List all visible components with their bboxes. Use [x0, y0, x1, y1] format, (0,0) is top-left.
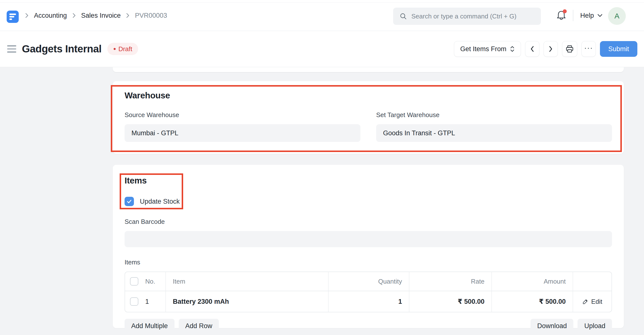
- chevron-right-icon: [24, 12, 29, 19]
- user-avatar[interactable]: A: [608, 7, 626, 25]
- navbar: Accounting Sales Invoice PVR00003 Search…: [0, 0, 644, 31]
- global-search-input[interactable]: Search or type a command (Ctrl + G): [393, 8, 541, 25]
- chevron-right-icon: [548, 45, 553, 53]
- col-header-rate: Rate: [410, 272, 492, 291]
- source-warehouse-field: Source Warehouse Mumbai - GTPL: [124, 111, 360, 142]
- scan-barcode-label: Scan Barcode: [124, 218, 612, 226]
- previous-document-button[interactable]: [525, 41, 539, 57]
- chevron-down-icon: [597, 13, 603, 17]
- items-section: Items Update Stock Scan Barcode Items No…: [113, 165, 624, 328]
- row-rate[interactable]: ₹ 500.00: [410, 291, 492, 312]
- items-table-header: No. Item Quantity Rate Amount: [125, 272, 612, 291]
- print-button[interactable]: [562, 41, 577, 57]
- col-header-no: No.: [145, 278, 155, 285]
- pencil-icon: [582, 299, 588, 305]
- next-document-button[interactable]: [544, 41, 558, 57]
- items-heading: Items: [124, 176, 612, 185]
- target-warehouse-input[interactable]: Goods In Transit - GTPL: [376, 124, 612, 142]
- select-chevrons-icon: [510, 45, 515, 53]
- page-title: Gadgets Internal: [22, 43, 102, 55]
- col-header-actions: [573, 272, 612, 291]
- table-actions: Add Multiple Add Row Download Upload: [124, 319, 612, 333]
- source-warehouse-input[interactable]: Mumbai - GTPL: [124, 124, 360, 142]
- source-warehouse-label: Source Warehouse: [124, 111, 360, 119]
- update-stock-label[interactable]: Update Stock: [140, 198, 180, 205]
- navbar-divider: [573, 10, 573, 21]
- edit-label: Edit: [591, 298, 602, 306]
- warehouse-heading: Warehouse: [124, 90, 612, 100]
- table-row: 1 Battery 2300 mAh 1 ₹ 500.00 ₹ 500.00 E…: [125, 291, 612, 312]
- chevron-right-icon: [126, 12, 130, 19]
- row-number: 1: [145, 298, 149, 306]
- breadcrumb-item-accounting[interactable]: Accounting: [34, 12, 67, 19]
- chevron-right-icon: [72, 12, 76, 19]
- items-table: No. Item Quantity Rate Amount 1 Battery …: [124, 272, 612, 312]
- select-all-checkbox[interactable]: [130, 277, 138, 286]
- status-badge: • Draft: [107, 43, 138, 55]
- scrolled-card-edge: [113, 67, 624, 72]
- submit-button[interactable]: Submit: [600, 41, 637, 57]
- download-button[interactable]: Download: [530, 319, 573, 333]
- notifications-button[interactable]: [556, 9, 567, 22]
- col-header-amount: Amount: [492, 272, 573, 291]
- row-amount[interactable]: ₹ 500.00: [492, 291, 573, 312]
- notification-dot: [563, 9, 567, 13]
- add-row-button[interactable]: Add Row: [179, 319, 219, 333]
- upload-button[interactable]: Upload: [578, 319, 612, 333]
- breadcrumb: Accounting Sales Invoice PVR00003: [24, 0, 167, 31]
- row-quantity[interactable]: 1: [329, 291, 410, 312]
- help-label: Help: [580, 12, 594, 19]
- breadcrumb-item-sales-invoice[interactable]: Sales Invoice: [81, 12, 121, 19]
- ellipsis-icon: ···: [584, 43, 593, 54]
- col-header-item: Item: [166, 272, 329, 291]
- avatar-letter: A: [614, 12, 620, 20]
- col-header-quantity: Quantity: [329, 272, 410, 291]
- items-table-label: Items: [124, 259, 612, 266]
- row-edit-button[interactable]: Edit: [573, 291, 612, 312]
- row-item-name[interactable]: Battery 2300 mAh: [166, 291, 329, 312]
- add-multiple-button[interactable]: Add Multiple: [124, 319, 174, 333]
- check-icon: [126, 199, 132, 204]
- status-dot: •: [113, 45, 116, 53]
- update-stock-checkbox[interactable]: [124, 197, 134, 206]
- search-icon: [400, 12, 407, 20]
- row-checkbox[interactable]: [130, 297, 138, 306]
- warehouse-section: Warehouse Source Warehouse Mumbai - GTPL…: [113, 81, 624, 154]
- get-items-from-label: Get Items From: [460, 45, 506, 53]
- breadcrumb-item-current: PVR00003: [135, 12, 167, 19]
- header-actions: Get Items From: [454, 41, 637, 57]
- get-items-from-button[interactable]: Get Items From: [454, 41, 521, 57]
- menu-button[interactable]: ···: [582, 41, 596, 57]
- page-header: Gadgets Internal • Draft Get Items From: [0, 31, 644, 67]
- printer-icon: [566, 45, 574, 53]
- sidebar-toggle-icon[interactable]: [7, 45, 16, 53]
- status-label: Draft: [118, 45, 132, 53]
- help-menu[interactable]: Help: [580, 0, 603, 31]
- chevron-left-icon: [530, 45, 535, 53]
- target-warehouse-label: Set Target Warehouse: [376, 111, 612, 119]
- scan-barcode-input[interactable]: [124, 231, 612, 247]
- target-warehouse-field: Set Target Warehouse Goods In Transit - …: [376, 111, 612, 142]
- app-logo[interactable]: [7, 10, 19, 23]
- sales-invoice-page: Accounting Sales Invoice PVR00003 Search…: [0, 0, 644, 335]
- update-stock-row: Update Stock: [124, 197, 612, 206]
- search-placeholder: Search or type a command (Ctrl + G): [411, 12, 516, 20]
